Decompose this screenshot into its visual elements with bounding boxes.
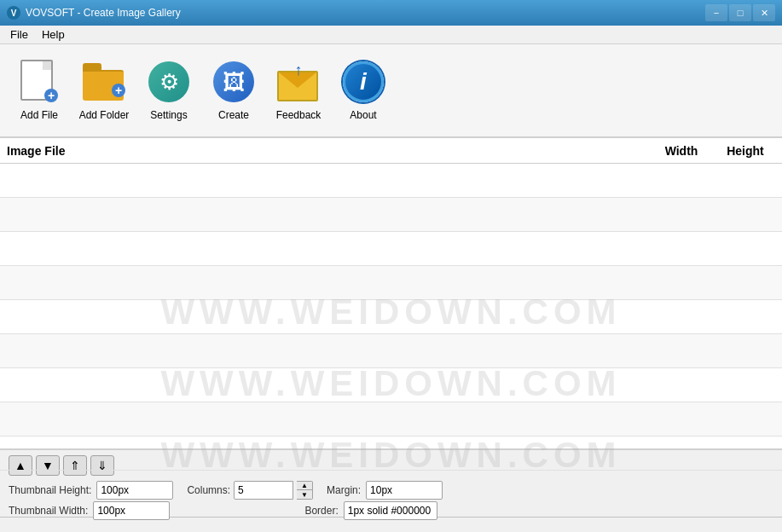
- border-label: Border:: [304, 505, 338, 517]
- add-file-icon: +: [17, 60, 61, 104]
- table-row: [0, 437, 782, 471]
- table-header: Image File Width Height: [0, 138, 782, 164]
- border-input[interactable]: [344, 501, 437, 520]
- col-width-header: Width: [647, 144, 715, 158]
- border-group: Border:: [304, 501, 437, 520]
- add-folder-label: Add Folder: [79, 109, 130, 121]
- columns-label: Columns:: [187, 484, 230, 496]
- table-body: [0, 164, 782, 471]
- table-row: [0, 198, 782, 232]
- table-row: [0, 232, 782, 266]
- columns-up-button[interactable]: ▲: [297, 482, 312, 490]
- feedback-button[interactable]: ↑ Feedback: [268, 52, 329, 129]
- add-folder-button[interactable]: + Add Folder: [73, 52, 135, 129]
- table-row: [0, 368, 782, 402]
- margin-group: Margin:: [327, 481, 443, 500]
- table-row: [0, 334, 782, 368]
- main-area: Image File Width Height WWW.WEIDOWN.COM …: [0, 138, 782, 448]
- close-button[interactable]: ✕: [753, 4, 775, 21]
- thumbnail-width-input[interactable]: [93, 501, 170, 520]
- table-row: [0, 402, 782, 437]
- app-icon: V: [7, 6, 20, 20]
- thumbnail-width-label: Thumbnail Width:: [9, 505, 88, 517]
- columns-input[interactable]: [234, 481, 293, 500]
- add-file-button[interactable]: + Add File: [9, 52, 70, 129]
- feedback-icon: ↑: [276, 60, 321, 104]
- feedback-label: Feedback: [276, 109, 321, 121]
- maximize-button[interactable]: □: [729, 4, 751, 21]
- thumbnail-width-group: Thumbnail Width:: [9, 501, 170, 520]
- table-row: [0, 300, 782, 334]
- settings-button[interactable]: ⚙ Settings: [138, 52, 200, 129]
- menu-file[interactable]: File: [3, 26, 35, 43]
- thumbnail-height-label: Thumbnail Height:: [9, 484, 91, 496]
- columns-down-button[interactable]: ▼: [297, 490, 312, 499]
- col-image-file-header: Image File: [7, 144, 647, 158]
- toolbar: + Add File + Add Folder ⚙ Settings 🖼: [0, 44, 782, 138]
- margin-label: Margin:: [327, 484, 361, 496]
- about-label: About: [350, 109, 376, 121]
- col-height-header: Height: [715, 144, 775, 158]
- create-label: Create: [218, 109, 249, 121]
- settings-icon: ⚙: [147, 60, 191, 104]
- bottom-fields: Thumbnail Height: Columns: ▲ ▼ Margin:: [9, 481, 773, 500]
- about-icon: i: [341, 60, 385, 104]
- bottom-fields-row2: Thumbnail Width: Border:: [9, 501, 773, 520]
- create-button[interactable]: 🖼 Create: [203, 52, 264, 129]
- columns-spinner: ▲ ▼: [297, 481, 313, 500]
- add-file-label: Add File: [20, 109, 58, 121]
- settings-label: Settings: [150, 109, 187, 121]
- minimize-button[interactable]: −: [705, 4, 727, 21]
- menubar: File Help: [0, 26, 782, 44]
- menu-help[interactable]: Help: [35, 26, 72, 43]
- titlebar: V VOVSOFT - Create Image Gallery − □ ✕: [0, 0, 782, 26]
- add-folder-icon: +: [82, 60, 126, 104]
- columns-group: Columns: ▲ ▼: [187, 481, 313, 500]
- thumbnail-height-input[interactable]: [96, 481, 173, 500]
- table-row: [0, 266, 782, 300]
- margin-input[interactable]: [366, 481, 443, 500]
- table-row: [0, 164, 782, 198]
- window-controls: − □ ✕: [705, 4, 775, 21]
- window-title: VOVSOFT - Create Image Gallery: [26, 7, 705, 19]
- thumbnail-height-group: Thumbnail Height:: [9, 481, 173, 500]
- create-icon: 🖼: [211, 60, 256, 104]
- about-button[interactable]: i About: [333, 52, 394, 129]
